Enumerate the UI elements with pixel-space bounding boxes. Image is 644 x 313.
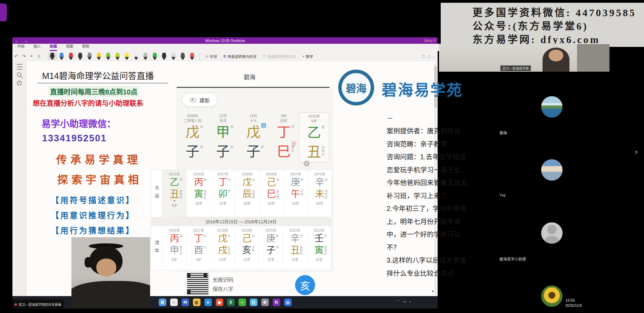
taskbar-icon[interactable]: X bbox=[227, 299, 235, 306]
participant-tile[interactable]: 碧海易学小助理 bbox=[494, 222, 609, 285]
pen-tool[interactable] bbox=[66, 53, 76, 60]
ribbon-button[interactable]: ÷ 数学 bbox=[302, 54, 313, 59]
search-icon[interactable] bbox=[17, 72, 21, 77]
pen-tool[interactable] bbox=[150, 53, 159, 60]
dayun-column[interactable]: 2067年 庚食 午印 劫 59岁 bbox=[284, 170, 308, 217]
redo-icon[interactable]: ↷ bbox=[20, 54, 28, 59]
stem-god-label: 杀 bbox=[231, 124, 234, 129]
pen-tool[interactable] bbox=[131, 53, 141, 60]
stem-god-label: 比 bbox=[200, 124, 203, 129]
liunian-column[interactable]: 2019年 己劫 亥才 杀 11岁 bbox=[235, 226, 259, 270]
share-window-icon[interactable]: ❐ bbox=[421, 54, 425, 58]
wechat-label: 易学小助理微信： bbox=[41, 117, 116, 130]
new-chart-button[interactable]: 建新 bbox=[183, 93, 217, 107]
pillar-column[interactable]: 2008年 二零零八年 戊比 子财 bbox=[177, 112, 208, 162]
tray-volume-icon[interactable]: ♪ bbox=[409, 300, 411, 303]
liunian-column[interactable]: 2018年 戊比 戌比 伤 印 10岁 bbox=[211, 226, 235, 270]
pillar-column[interactable]: 14日 十七 戊日 子财 bbox=[238, 112, 269, 162]
liunian-column[interactable]: 2017年 丁印 酉伤 9岁 bbox=[187, 226, 211, 270]
pillar-column[interactable]: 2016年 8岁 乙官 丑劫 财 伤 bbox=[299, 112, 329, 162]
pillar-column[interactable]: 9时 巳时 丁印 巳食 比合 bbox=[269, 112, 299, 162]
pen-icon bbox=[78, 53, 82, 60]
liunian-column[interactable]: 2020年 庚食 子财 12岁 bbox=[259, 226, 283, 270]
taskbar-icon[interactable]: ◉ bbox=[216, 299, 223, 306]
ribbon-button[interactable]: ⧉ 将墨迹转换为形状 bbox=[223, 54, 256, 59]
ribbon-button[interactable]: ▱ 形状 bbox=[206, 54, 217, 59]
stem-god-label: 才 bbox=[324, 233, 327, 238]
pen-tool[interactable] bbox=[94, 53, 104, 60]
pen-tool[interactable] bbox=[85, 53, 94, 60]
pen-icon bbox=[162, 53, 166, 60]
ink-buttons: ▱ 形状 ⧉ 将墨迹转换为形状 ⧠ 将墨迹转换为文本 ÷ 数学 bbox=[203, 54, 316, 59]
taskbar-icon[interactable]: ○ bbox=[170, 299, 178, 306]
pen-tool[interactable] bbox=[187, 53, 197, 60]
stem-god-label: 伤 bbox=[325, 177, 328, 181]
pen-tool[interactable] bbox=[113, 53, 122, 60]
ribbon-right-icons: ❐ ▢ ⌄ bbox=[421, 54, 436, 58]
participant-tile[interactable]: Yiqi bbox=[494, 159, 609, 222]
taskbar-icon[interactable]: ⚙ bbox=[261, 299, 269, 306]
ribbon-tab[interactable]: 插入 bbox=[33, 43, 41, 51]
taskbar-icon[interactable]: ▣ bbox=[193, 299, 201, 306]
sidebar-expand-chevron-icon[interactable]: › bbox=[635, 148, 637, 156]
dayun-column[interactable]: 2026年 丙枭 寅杀 枭 比 18岁 bbox=[187, 170, 211, 217]
participant-tile[interactable]: 春梅 bbox=[494, 96, 609, 159]
liunian-column[interactable]: 2022年 壬才 寅杀 枭 比 14岁 bbox=[307, 226, 331, 270]
pillar-column[interactable]: 12月 冬月 甲杀 子财 bbox=[208, 112, 238, 162]
pillar-stem: 戊比 bbox=[177, 123, 208, 142]
slogan-line-1: 传承易学真理 bbox=[56, 151, 141, 166]
taskbar-icon[interactable]: ✉ bbox=[182, 299, 189, 306]
pen-tool[interactable] bbox=[122, 53, 131, 60]
dayun-column[interactable]: 2056年 己劫 巳枭 比 食 48岁 bbox=[260, 170, 284, 217]
eraser-icon[interactable]: ◊ bbox=[35, 54, 43, 59]
liunian-column[interactable]: 2021年 辛伤 丑劫 财 伤 13岁 bbox=[283, 226, 307, 270]
pen-tool[interactable] bbox=[76, 53, 85, 60]
taskbar-icon[interactable]: ◗ bbox=[238, 299, 246, 306]
remove-pillar-button[interactable]: ✕ bbox=[304, 161, 310, 166]
stem-god-label: 劫 bbox=[276, 177, 280, 181]
ribbon-button[interactable]: ⧠ 将墨迹转换为文本 bbox=[263, 54, 296, 59]
tray-hidden-icons-icon[interactable]: ⌃ bbox=[397, 300, 400, 303]
webcam-video[interactable] bbox=[71, 237, 150, 309]
pillar-date-label: 12月 冬月 bbox=[208, 113, 238, 123]
ribbon-button-icon: ⧉ bbox=[223, 54, 226, 59]
undo-icon[interactable]: ↶ bbox=[12, 54, 20, 59]
taskbar-icon[interactable]: e bbox=[204, 299, 212, 306]
pen-tool[interactable] bbox=[141, 53, 150, 60]
ribbon-tab[interactable]: 开始 bbox=[17, 43, 25, 51]
pen-tool[interactable] bbox=[169, 53, 178, 60]
taskbar-icon[interactable]: N bbox=[273, 299, 280, 306]
pen-gallery bbox=[48, 53, 197, 60]
recent-notes-icon[interactable] bbox=[17, 81, 22, 85]
dayun-column[interactable]: 2076年 辛伤 未劫 印 官 68岁 bbox=[308, 170, 332, 217]
liunian-column[interactable]: 2016年 丙枭 申食 才 比 8岁 bbox=[163, 226, 187, 270]
pen-icon bbox=[97, 53, 101, 60]
taskbar-icon[interactable]: ◎ bbox=[284, 299, 292, 306]
full-page-view-icon[interactable]: ▢ bbox=[427, 54, 430, 58]
ribbon-tab[interactable]: 绘图 bbox=[50, 43, 57, 51]
pen-tool[interactable] bbox=[178, 53, 187, 60]
dayun-column[interactable]: 2016年 乙官 丑劫 财 伤 • 8岁 bbox=[163, 170, 187, 217]
tray-display-icon[interactable]: ▭ bbox=[403, 300, 406, 303]
pen-icon bbox=[125, 53, 129, 60]
dayun-column[interactable]: 2046年 戊比 辰比 官 财 38岁 bbox=[235, 170, 259, 217]
ribbon-tab[interactable]: 视图 bbox=[66, 43, 73, 51]
pen-tool[interactable] bbox=[57, 53, 66, 60]
pen-tool[interactable] bbox=[104, 53, 113, 60]
pen-tool[interactable] bbox=[159, 53, 169, 60]
dayun-column[interactable]: 2037年 丁印 卯官 29岁 bbox=[211, 170, 235, 217]
presenter-video-tile[interactable]: 武汉—碧海易学苑 bbox=[439, 44, 609, 72]
pen-tool[interactable] bbox=[48, 53, 57, 60]
taskbar-icon[interactable]: Q bbox=[250, 299, 257, 306]
liunian-year: 2020年 bbox=[259, 228, 283, 233]
branch-god-labels: 印 劫 bbox=[301, 190, 303, 196]
lasso-select-icon[interactable]: ⌖ bbox=[28, 53, 35, 59]
brand-name: 碧海易学苑 bbox=[382, 78, 463, 100]
taskbar-icon[interactable]: ⊞ bbox=[159, 299, 166, 306]
branch-god-labels: 财 bbox=[261, 145, 264, 149]
participant-tile[interactable] bbox=[494, 285, 609, 313]
ribbon-tab[interactable]: 帮助 bbox=[82, 43, 89, 51]
notebooks-menu-icon[interactable] bbox=[17, 64, 22, 70]
ribbon-button-label: 数学 bbox=[306, 54, 313, 59]
collapse-ribbon-icon[interactable]: ⌄ bbox=[433, 54, 436, 58]
